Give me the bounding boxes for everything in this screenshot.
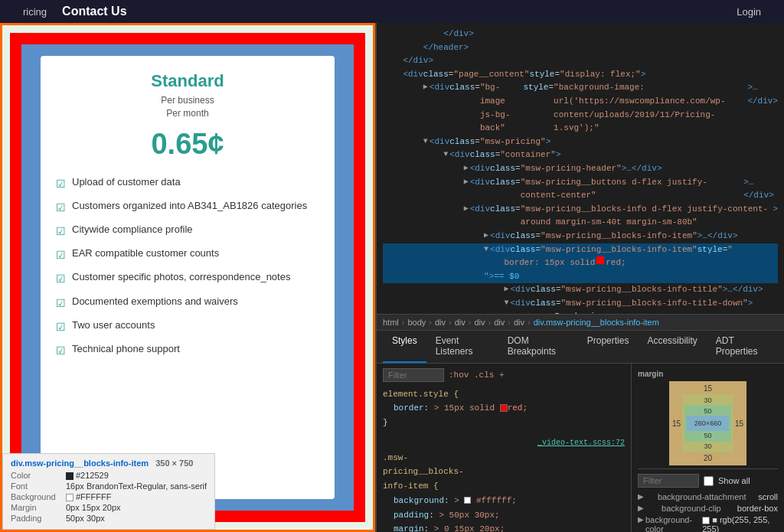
tab-accessibility[interactable]: Accessibility	[638, 331, 706, 363]
filter-bar: :hov .cls +	[383, 368, 625, 383]
code-line: </div>	[383, 28, 778, 41]
nav-link-login[interactable]: Login	[737, 6, 761, 18]
tooltip-row-4: Padding 50px 30px	[11, 514, 207, 523]
border-box: 30 50 260 × 660 50 30	[682, 394, 733, 452]
nav-link-pricing[interactable]: ricing	[23, 6, 47, 18]
left-panel: 1 Standard Per business Per month 0.65¢ …	[0, 23, 375, 532]
styles-area: :hov .cls + element.style { border: > 15…	[377, 364, 784, 532]
css-prop-padding: padding: > 50px 30px;	[383, 508, 625, 523]
code-line: </div>	[383, 54, 778, 68]
css-prop-bg: background: > #ffffff;	[383, 494, 625, 508]
css-main-selector: .msw-pricing__blocks-info-item {	[383, 451, 625, 494]
code-area[interactable]: </div> </header> </div> <div class="page…	[377, 23, 784, 314]
pricing-price: 0.65¢	[56, 128, 319, 161]
code-line: ▶ <div class="msw-pricing-header">…</div…	[383, 162, 778, 176]
margin-top-label: 15	[672, 384, 743, 393]
bg-prop-clip: ▶ background-clip border-box	[638, 504, 778, 513]
box-model-diagram: 15 15 30 50 260 × 660 50	[638, 381, 778, 465]
feature-item-3: ☑ EAR compatible customer counts	[56, 247, 319, 262]
check-icon-4: ☑	[56, 272, 66, 286]
breadcrumb-div2[interactable]: div	[455, 318, 466, 327]
breadcrumb-html[interactable]: html	[383, 318, 399, 327]
tab-properties[interactable]: Properties	[578, 331, 639, 363]
css-prop-border: border: > 15px solid red;	[383, 401, 625, 416]
check-icon-2: ☑	[56, 224, 66, 238]
tab-dom-breakpoints[interactable]: DOM Breakpoints	[498, 331, 578, 363]
filter-pseudo[interactable]: :hov .cls +	[449, 368, 505, 383]
tooltip-row-0: Color #212529	[11, 471, 207, 480]
check-icon-1: ☑	[56, 201, 66, 214]
check-icon-7: ☑	[56, 344, 66, 357]
feature-item-5: ☑ Documented exemptions and waivers	[56, 295, 319, 310]
code-line-selected: ▼ <div class="msw-pricing__blocks-info-i…	[383, 243, 778, 257]
code-line: ▼ <div class="msw-pricing__blocks-info-t…	[383, 297, 778, 311]
css-source-link[interactable]: _video-text.scss:72	[383, 436, 625, 449]
code-line: ▶ <div class="msw-pricing__blocks-info-t…	[383, 283, 778, 297]
margin-box: 15 15 30 50 260 × 660 50	[669, 381, 746, 465]
breadcrumb-div3[interactable]: div	[474, 318, 485, 327]
tooltip-row-3: Margin 0px 15px 20px	[11, 503, 207, 512]
css-close-brace: }	[383, 416, 625, 430]
check-icon-5: ☑	[56, 296, 66, 310]
tab-styles[interactable]: Styles	[383, 331, 426, 363]
nav-bar: ricing Contact Us Login	[0, 0, 784, 23]
styles-left[interactable]: :hov .cls + element.style { border: > 15…	[377, 364, 631, 532]
breadcrumb-bar: html › body › div › div › div › div › di…	[377, 314, 784, 331]
show-all-checkbox[interactable]	[704, 476, 714, 486]
pricing-subtitle: Per business Per month	[56, 94, 319, 120]
show-all-label: Show all	[704, 476, 750, 486]
bg-prop-attachment: ▶ background-attachment scroll	[638, 492, 778, 501]
check-icon-6: ☑	[56, 320, 66, 334]
bg-color-swatch-white	[702, 517, 710, 524]
color-swatch-red	[500, 404, 508, 412]
breadcrumb-current[interactable]: div.msw-pricing__blocks-info-item	[534, 318, 659, 327]
element-style-rule: element.style { border: > 15px solid red…	[383, 387, 625, 430]
breadcrumb-div1[interactable]: div	[435, 318, 446, 327]
nav-right: Login	[737, 6, 761, 18]
main-area: 1 Standard Per business Per month 0.65¢ …	[0, 23, 784, 532]
pricing-features: ☑ Upload of customer data ☑ Customers or…	[56, 176, 319, 358]
code-line: ▼ <div class="msw-pricing">	[383, 135, 778, 149]
css-prop-margin: margin: > 0 15px 20px;	[383, 522, 625, 532]
color-swatch-white	[66, 494, 74, 501]
feature-item-4: ☑ Customer specific photos, corresponden…	[56, 271, 319, 286]
code-line-selected: "> == $0	[383, 270, 778, 284]
code-line: ▶ <div class="bg-image js-bg-back" style…	[383, 81, 778, 135]
nav-left: ricing Contact Us	[23, 5, 127, 18]
filter-input[interactable]	[383, 368, 444, 382]
code-line: <div class="page__content" style="displa…	[383, 68, 778, 82]
code-line: ▶ <div class="msw-pricing__blocks-info d…	[383, 203, 778, 230]
breadcrumb-div4[interactable]: div	[494, 318, 505, 327]
feature-item-0: ☑ Upload of customer data	[56, 176, 319, 191]
tab-adt-properties[interactable]: ADT Properties	[707, 331, 778, 363]
css-selector: element.style {	[383, 387, 625, 402]
check-icon-0: ☑	[56, 177, 66, 191]
content-box: 260 × 660	[687, 416, 729, 431]
tooltip-title: div.msw-pricing__blocks-info-item 350 × …	[11, 459, 207, 468]
tooltip-row-2: Background #FFFFFF	[11, 492, 207, 501]
website-preview: 1 Standard Per business Per month 0.65¢ …	[2, 25, 373, 530]
bg-color-swatch	[464, 497, 471, 504]
pricing-inner: Standard Per business Per month 0.65¢ ☑ …	[41, 56, 335, 499]
filter-bar-bottom: Show all	[638, 468, 778, 488]
code-line: </header>	[383, 41, 778, 55]
breadcrumb-div5[interactable]: div	[514, 318, 524, 327]
element-tooltip: div.msw-pricing__blocks-info-item 350 × …	[2, 453, 215, 530]
right-panel: </div> </header> </div> <div class="page…	[375, 23, 784, 532]
code-line: ▶ <div class="msw-pricing__blocks-info-i…	[383, 230, 778, 243]
filter-input-bottom[interactable]	[638, 474, 699, 488]
breadcrumb-body[interactable]: body	[407, 318, 426, 327]
bg-prop-color: ▶ background-color ■ rgb(255, 255, 255)	[638, 515, 778, 532]
code-line: ▶ <div class="msw-pricing__buttons d-fle…	[383, 176, 778, 203]
feature-item-1: ☑ Customers organized into AB341_AB1826 …	[56, 200, 319, 214]
pricing-card: Standard Per business Per month 0.65¢ ☑ …	[18, 41, 358, 514]
styles-right: margin 15 15 30 50 260 × 660	[631, 364, 784, 532]
pricing-title: Standard	[56, 71, 319, 91]
feature-item-7: ☑ Technical phone support	[56, 343, 319, 357]
bg-props-list: ▶ background-attachment scroll ▶ backgro…	[638, 492, 778, 532]
color-swatch-dark	[66, 472, 74, 480]
feature-item-2: ☑ Citywide compliance profile	[56, 224, 319, 238]
nav-contact[interactable]: Contact Us	[62, 5, 126, 18]
margin-bottom-label: 20	[672, 454, 743, 462]
tab-event-listeners[interactable]: Event Listeners	[426, 331, 498, 363]
